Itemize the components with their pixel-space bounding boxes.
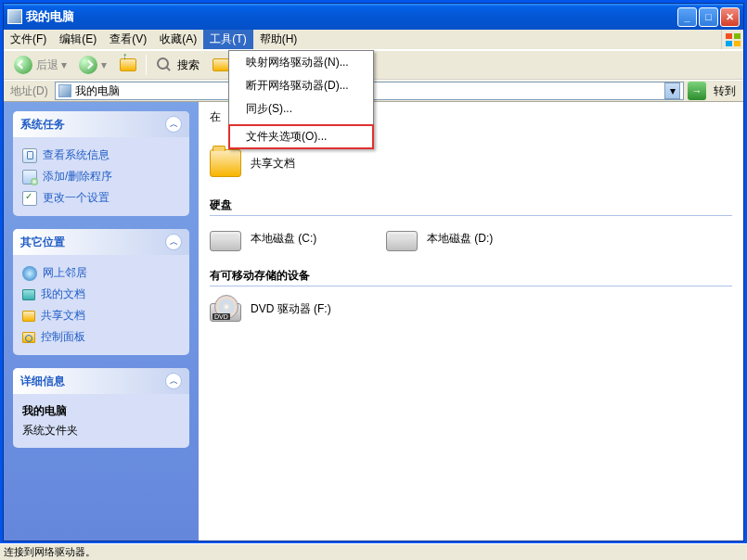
folder-up-icon <box>120 58 136 71</box>
sidebar-item-view-sysinfo[interactable]: 查看系统信息 <box>22 145 180 166</box>
sidebar-item-change-setting[interactable]: 更改一个设置 <box>22 187 180 209</box>
window-icon <box>7 9 22 24</box>
program-icon <box>22 170 37 185</box>
chevron-down-icon: ▾ <box>61 58 67 71</box>
collapse-icon[interactable]: ︿ <box>165 373 182 389</box>
panel-other-places: 其它位置 ︿ 网上邻居 我的文档 共享文档 控制面板 <box>13 229 189 355</box>
sidebar-item-my-documents[interactable]: 我的文档 <box>22 284 180 305</box>
item-label: 共享文档 <box>251 156 295 172</box>
panel-header[interactable]: 其它位置 ︿ <box>13 229 189 255</box>
statusbar: 连接到网络驱动器。 <box>0 543 747 560</box>
menu-separator <box>231 122 371 123</box>
menuitem-disconnect-network-drive[interactable]: 断开网络驱动器(D)... <box>229 74 373 97</box>
window-title: 我的电脑 <box>26 8 677 25</box>
setting-icon <box>22 191 37 206</box>
minimize-button[interactable]: _ <box>677 7 697 27</box>
up-button[interactable] <box>114 53 142 77</box>
menu-edit[interactable]: 编辑(E) <box>53 30 103 49</box>
menu-file[interactable]: 文件(F) <box>4 30 53 49</box>
details-name: 我的电脑 <box>22 401 180 421</box>
hard-disk-icon <box>386 231 418 251</box>
hard-disk-icon <box>210 231 241 251</box>
svg-rect-1 <box>734 33 741 39</box>
menu-view[interactable]: 查看(V) <box>103 30 153 49</box>
panel-title: 其它位置 <box>20 235 65 250</box>
back-label: 后退 <box>36 57 58 73</box>
forward-arrow-icon <box>79 56 97 74</box>
sidebar-item-control-panel[interactable]: 控制面板 <box>22 326 180 348</box>
network-icon <box>22 266 37 281</box>
control-panel-icon <box>22 332 35 343</box>
tools-dropdown-menu: 映射网络驱动器(N)... 断开网络驱动器(D)... 同步(S)... 文件夹… <box>228 50 374 149</box>
search-button[interactable]: 搜索 <box>150 53 203 77</box>
shared-folder-icon <box>22 311 35 322</box>
main-panel: 在 共享文档 硬盘 本地磁盘 (C:) 本地磁盘 (D:) <box>199 102 743 541</box>
panel-system-tasks: 系统任务 ︿ 查看系统信息 添加/删除程序 更改一个设置 <box>13 111 189 216</box>
sidebar-item-add-remove-programs[interactable]: 添加/删除程序 <box>22 166 180 187</box>
menuitem-map-network-drive[interactable]: 映射网络驱动器(N)... <box>229 51 373 74</box>
menu-favorites[interactable]: 收藏(A) <box>153 30 203 49</box>
svg-rect-3 <box>734 41 741 46</box>
back-arrow-icon <box>14 56 32 74</box>
address-dropdown-button[interactable]: ▾ <box>664 83 680 99</box>
details-type: 系统文件夹 <box>22 421 180 440</box>
forward-button[interactable]: ▾ <box>74 53 110 77</box>
item-label: 本地磁盘 (C:) <box>251 231 316 247</box>
item-label: 本地磁盘 (D:) <box>427 231 493 247</box>
address-value: 我的电脑 <box>75 83 120 99</box>
computer-icon <box>58 84 71 97</box>
section-removable: 有可移动存储的设备 <box>210 268 732 286</box>
svg-rect-0 <box>726 33 732 39</box>
windows-flag-icon <box>721 30 743 49</box>
collapse-icon[interactable]: ︿ <box>165 234 182 250</box>
panel-header[interactable]: 系统任务 ︿ <box>13 111 189 137</box>
item-dvd-drive[interactable]: DVD 驱动器 (F:) <box>210 296 349 322</box>
chevron-down-icon: ▾ <box>101 58 107 71</box>
svg-rect-2 <box>726 41 732 46</box>
dvd-drive-icon <box>210 303 241 322</box>
sidebar-item-shared-documents[interactable]: 共享文档 <box>22 305 180 326</box>
item-label: DVD 驱动器 (F:) <box>251 301 331 317</box>
folders-icon <box>213 58 229 71</box>
menuitem-synchronize[interactable]: 同步(S)... <box>229 97 373 121</box>
item-shared-documents[interactable]: 共享文档 <box>210 149 349 177</box>
titlebar[interactable]: 我的电脑 _ □ ✕ <box>4 4 743 30</box>
panel-header[interactable]: 详细信息 ︿ <box>13 368 189 394</box>
close-button[interactable]: ✕ <box>720 7 740 27</box>
content-area: 系统任务 ︿ 查看系统信息 添加/删除程序 更改一个设置 其它位置 ︿ 网上邻居… <box>4 102 743 541</box>
search-label: 搜索 <box>177 57 200 73</box>
menu-help[interactable]: 帮助(H) <box>253 30 304 49</box>
panel-title: 详细信息 <box>20 374 65 389</box>
back-button[interactable]: 后退 ▾ <box>9 53 71 77</box>
item-disk-c[interactable]: 本地磁盘 (C:) <box>210 225 349 251</box>
collapse-icon[interactable]: ︿ <box>165 116 182 133</box>
menubar: 文件(F) 编辑(E) 查看(V) 收藏(A) 工具(T) 帮助(H) <box>4 30 743 50</box>
menu-tools[interactable]: 工具(T) <box>203 30 252 49</box>
address-label: 地址(D) <box>7 83 51 99</box>
maximize-button[interactable]: □ <box>699 7 718 27</box>
panel-details: 详细信息 ︿ 我的电脑 系统文件夹 <box>13 368 189 448</box>
info-icon <box>22 148 37 163</box>
search-icon <box>157 57 172 72</box>
sidebar-item-network-places[interactable]: 网上邻居 <box>22 262 180 284</box>
sidebar: 系统任务 ︿ 查看系统信息 添加/删除程序 更改一个设置 其它位置 ︿ 网上邻居… <box>4 102 199 541</box>
documents-icon <box>22 289 35 300</box>
go-label: 转到 <box>710 83 740 99</box>
item-disk-d[interactable]: 本地磁盘 (D:) <box>386 225 525 251</box>
separator <box>146 55 147 75</box>
menuitem-folder-options[interactable]: 文件夹选项(O)... <box>229 125 373 148</box>
panel-title: 系统任务 <box>20 117 65 133</box>
folder-icon <box>210 149 241 177</box>
section-hard-disks: 硬盘 <box>210 197 732 216</box>
go-button[interactable]: → <box>688 82 706 100</box>
status-text: 连接到网络驱动器。 <box>4 545 96 559</box>
